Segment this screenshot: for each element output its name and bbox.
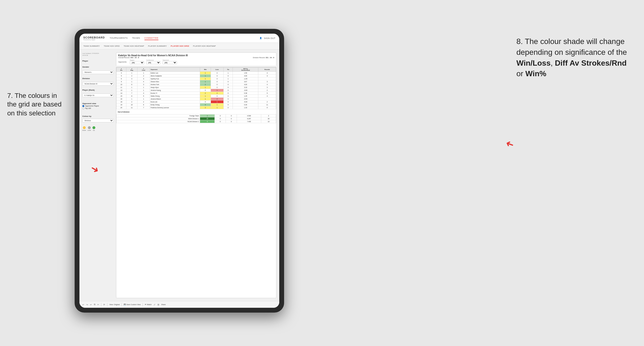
cell-win: 1 bbox=[200, 86, 211, 89]
table-row: 20 11 7 Federica Domecq Lacroze 2 1 0 1.… bbox=[116, 106, 276, 109]
undo2-icon[interactable]: ↩ bbox=[90, 304, 92, 306]
division-select[interactable]: NCAA Division III bbox=[82, 82, 114, 86]
cell-div: 15 bbox=[116, 95, 126, 98]
legend-level: Level bbox=[88, 126, 91, 131]
nav-teams[interactable]: TEAMS bbox=[132, 36, 140, 40]
grid-body: #Div #Reg #Conf Opponent Win Loss Tie Di… bbox=[116, 67, 276, 298]
legend-up: Up bbox=[92, 126, 95, 131]
cell-conf: 4 bbox=[137, 80, 150, 83]
col-opponent: Opponent bbox=[150, 68, 200, 72]
tab-team-summary[interactable]: TEAM SUMMARY bbox=[83, 45, 100, 47]
cell-div: 16 bbox=[116, 98, 126, 101]
table-row: 11 1 1 Heejo Hyun 1 0 0 3.33 3 bbox=[116, 86, 276, 89]
opponent-filter: Opponent (All) bbox=[162, 59, 177, 64]
table-row: 19 10 6 Emily Chang 4 1 0 0.30 11 bbox=[116, 103, 276, 106]
cell-diff: 4.00 bbox=[233, 83, 258, 86]
radio-opponents-played[interactable]: Opponents Played bbox=[82, 105, 114, 107]
cell-opponent: Jessica Mason bbox=[150, 98, 200, 101]
cell-div: 6 bbox=[116, 77, 126, 80]
cell-loss: 1 bbox=[211, 101, 224, 103]
cell-div: 3 bbox=[116, 72, 126, 75]
refresh-icon[interactable]: ⟳ bbox=[103, 304, 105, 306]
cell-conf: 1 bbox=[137, 89, 150, 92]
ood-name: NAIA Division 1 bbox=[116, 117, 200, 120]
h2h-table: #Div #Reg #Conf Opponent Win Loss Tie Di… bbox=[116, 67, 276, 109]
cell-diff: -3.00 bbox=[233, 89, 258, 92]
cell-conf: 1 bbox=[137, 98, 150, 101]
ood-tie: 0 bbox=[226, 117, 237, 120]
region-select[interactable]: (All) bbox=[130, 61, 144, 64]
bottom-toolbar: ↩ ↪ ↩ ⧉ ✂ ⟳ View: Original 💾 Save Custom… bbox=[80, 301, 279, 308]
player-section-label: Player bbox=[82, 60, 114, 62]
col-div: #Div bbox=[116, 68, 126, 72]
cell-div: 9 bbox=[116, 80, 126, 83]
cell-tie: 0 bbox=[224, 75, 233, 77]
undo-icon[interactable]: ↩ bbox=[82, 304, 84, 306]
cell-win: 1 bbox=[200, 72, 211, 75]
sub-nav: TEAM SUMMARY TEAM H2H GRID TEAM H2H HEAT… bbox=[80, 43, 279, 49]
share-btn[interactable]: Share bbox=[161, 304, 166, 305]
redo-icon[interactable]: ↪ bbox=[86, 304, 88, 306]
cell-opponent: Sydney Kuo bbox=[150, 77, 200, 80]
radio-top100[interactable]: Top 100 bbox=[82, 108, 114, 109]
ood-table-row: Foreign Team 1 0 0 4.500 2 bbox=[116, 114, 276, 117]
cell-conf: 3 bbox=[137, 77, 150, 80]
ood-name: NCAA Division 2 bbox=[116, 120, 200, 123]
col-conf: #Conf bbox=[137, 68, 150, 72]
cell-reg: 8 bbox=[126, 95, 137, 98]
cell-win: 1 bbox=[200, 80, 211, 83]
tablet-screen: SCOREBOARD Powered by clippd TOURNAMENTS… bbox=[80, 34, 279, 308]
ood-diff: 4.500 bbox=[237, 114, 261, 117]
cell-win: 2 bbox=[200, 83, 211, 86]
copy-icon[interactable]: ⧉ bbox=[94, 303, 95, 306]
col-win: Win bbox=[200, 68, 211, 72]
player-rank-select[interactable]: 8. Katelyn Vo bbox=[82, 94, 114, 97]
cell-loss: 1 bbox=[211, 89, 224, 92]
nav-tournaments[interactable]: TOURNAMENTS bbox=[110, 36, 128, 40]
cell-rounds: 2 bbox=[258, 101, 276, 103]
division-label: Division bbox=[82, 77, 114, 80]
legend-row: Down Level Up bbox=[82, 126, 114, 131]
view-original-btn[interactable]: View: Original bbox=[109, 304, 120, 305]
tab-player-summary[interactable]: PLAYER SUMMARY bbox=[148, 45, 167, 47]
colour-by-select[interactable]: Win/loss bbox=[82, 119, 114, 122]
cell-reg: 3 bbox=[126, 77, 137, 80]
grid-subtitle: Overall Record: 353 - 34 - 6 Division Re… bbox=[118, 57, 274, 58]
gender-select[interactable]: Women's bbox=[82, 70, 114, 74]
cell-diff: -0.94 bbox=[233, 98, 258, 101]
legend-dot-level bbox=[88, 126, 91, 129]
cell-diff: 3.33 bbox=[233, 86, 258, 89]
toolbar-sep3 bbox=[122, 303, 122, 306]
cell-reg: 10 bbox=[126, 103, 137, 106]
expand-icon[interactable]: ⤢ bbox=[154, 304, 156, 306]
cell-rounds: 2 bbox=[258, 89, 276, 92]
tab-team-h2h-heatmap[interactable]: TEAM H2H HEATMAP bbox=[124, 45, 144, 47]
conference-filter: Conference (All) bbox=[146, 59, 160, 64]
grid-icon[interactable]: ⊞ bbox=[158, 304, 159, 306]
ood-tie: 0 bbox=[226, 114, 237, 117]
main-content: Last Updated: 27/03/2024 16:55:38 Player… bbox=[80, 49, 279, 301]
ood-win: 1 bbox=[200, 114, 215, 117]
tab-team-h2h-grid[interactable]: TEAM H2H GRID bbox=[104, 45, 120, 47]
sign-out-button[interactable]: Sign out bbox=[264, 36, 276, 40]
tab-player-h2h-heatmap[interactable]: PLAYER H2H HEATMAP bbox=[193, 45, 216, 47]
tab-player-h2h-grid[interactable]: PLAYER H2H GRID bbox=[171, 45, 189, 47]
ood-rounds: 30 bbox=[261, 117, 276, 120]
out-of-division-table: Foreign Team 1 0 0 4.500 2 NAIA Division… bbox=[116, 114, 276, 123]
cell-reg: 6 bbox=[126, 83, 137, 86]
cell-tie: 0 bbox=[224, 89, 233, 92]
cell-conf: 6 bbox=[137, 103, 150, 106]
cell-opponent: Stella Cheng bbox=[150, 95, 200, 98]
conference-select[interactable]: (All) bbox=[146, 61, 160, 64]
filters-row: Opponents: Region (All) Conference (All) bbox=[118, 59, 274, 64]
watch-btn[interactable]: 👁 Watch bbox=[145, 304, 152, 305]
save-custom-btn[interactable]: 💾 Save Custom View bbox=[124, 304, 140, 306]
cut-icon[interactable]: ✂ bbox=[97, 304, 99, 306]
ood-name: Foreign Team bbox=[116, 114, 200, 117]
cell-reg: 1 bbox=[126, 72, 137, 75]
nav-committee[interactable]: COMMITTEE bbox=[144, 36, 159, 40]
opponent-select[interactable]: (All) bbox=[162, 61, 177, 64]
cell-win: 1 bbox=[200, 75, 211, 77]
colour-by-section: Colour by Win/loss bbox=[82, 114, 114, 122]
cell-rounds bbox=[258, 77, 276, 80]
